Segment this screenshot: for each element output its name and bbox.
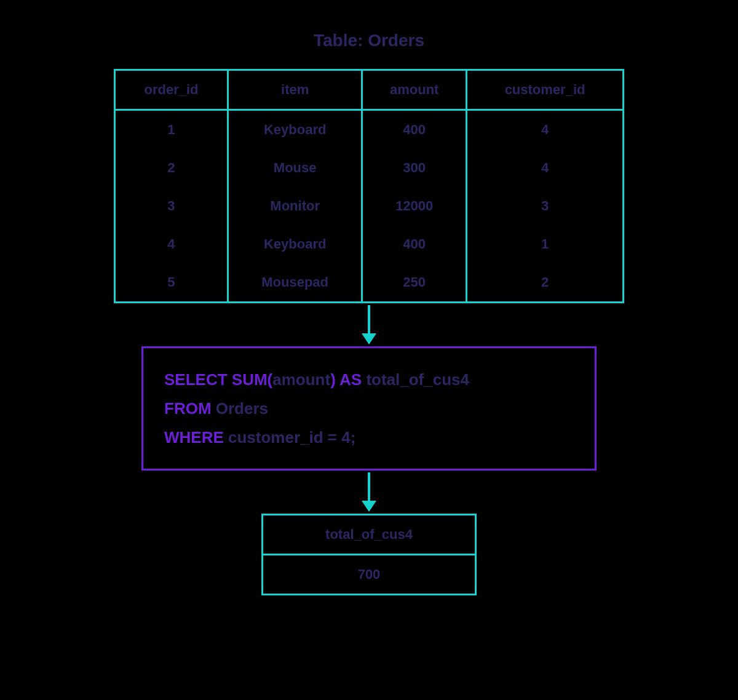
result-header-row: total_of_cus4 [263, 515, 476, 555]
result-value: 700 [263, 555, 476, 595]
cell: 400 [362, 225, 467, 263]
col-customer-id: customer_id [467, 70, 624, 110]
table-row: 4 Keyboard 400 1 [115, 225, 624, 263]
sql-query-box: SELECT SUM(amount) AS total_of_cus4 FROM… [141, 346, 597, 471]
cell: 1 [115, 110, 228, 149]
cell: 300 [362, 149, 467, 187]
identifier: amount [272, 370, 330, 389]
cell: 4 [467, 149, 624, 187]
cell: 250 [362, 263, 467, 303]
col-amount: amount [362, 70, 467, 110]
cell: Keyboard [228, 225, 362, 263]
query-line-1: SELECT SUM(amount) AS total_of_cus4 [164, 365, 574, 394]
table-row: 2 Mouse 300 4 [115, 149, 624, 187]
cell: 2 [115, 149, 228, 187]
table-title: Table: Orders [314, 31, 424, 50]
keyword: FROM [164, 399, 216, 418]
orders-table: order_id item amount customer_id 1 Keybo… [114, 69, 624, 303]
arrow-down-icon [362, 303, 376, 346]
cell: 3 [115, 187, 228, 225]
keyword: SELECT SUM( [164, 370, 272, 389]
col-item: item [228, 70, 362, 110]
cell: 400 [362, 110, 467, 149]
arrow-down-icon [362, 471, 376, 514]
keyword: ) AS [330, 370, 366, 389]
query-line-3: WHERE customer_id = 4; [164, 423, 574, 452]
cell: Keyboard [228, 110, 362, 149]
result-header: total_of_cus4 [263, 515, 476, 555]
cell: Mousepad [228, 263, 362, 303]
cell: Monitor [228, 187, 362, 225]
orders-header-row: order_id item amount customer_id [115, 70, 624, 110]
keyword: WHERE [164, 428, 228, 447]
condition: customer_id = 4; [228, 428, 355, 447]
cell: 3 [467, 187, 624, 225]
table-name: Orders [216, 399, 268, 418]
cell: 12000 [362, 187, 467, 225]
col-order-id: order_id [115, 70, 228, 110]
cell: 1 [467, 225, 624, 263]
cell: Mouse [228, 149, 362, 187]
table-row: 1 Keyboard 400 4 [115, 110, 624, 149]
cell: 2 [467, 263, 624, 303]
table-row: 5 Mousepad 250 2 [115, 263, 624, 303]
cell: 5 [115, 263, 228, 303]
query-line-2: FROM Orders [164, 394, 574, 423]
table-row: 3 Monitor 12000 3 [115, 187, 624, 225]
result-table: total_of_cus4 700 [261, 514, 477, 595]
cell: 4 [115, 225, 228, 263]
table-row: 700 [263, 555, 476, 595]
alias: total_of_cus4 [366, 370, 469, 389]
cell: 4 [467, 110, 624, 149]
